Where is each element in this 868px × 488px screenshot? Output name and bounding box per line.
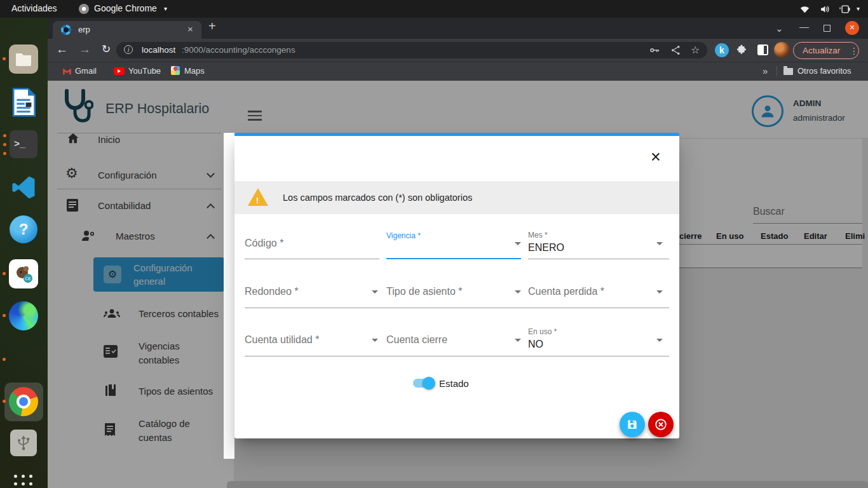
files-running-dot — [3, 57, 6, 60]
side-panel-icon[interactable] — [757, 44, 768, 55]
vigencia-underline — [386, 258, 521, 259]
browser-tab[interactable]: erp × — [53, 21, 201, 39]
edge-icon[interactable] — [9, 301, 38, 330]
files-icon[interactable] — [9, 44, 38, 74]
folder-icon — [783, 68, 793, 75]
maps-pin-glyph — [173, 66, 178, 71]
address-bar[interactable]: i localhost :9000/accounting/acccongens … — [116, 42, 707, 58]
activities-button[interactable]: Actividades — [11, 3, 57, 13]
config-general-dialog: × ! Los campos marcados con (*) son obli… — [234, 133, 679, 438]
terminal-icon[interactable]: >_ — [10, 130, 37, 158]
window-menu-icon[interactable]: ⌄ — [775, 23, 783, 34]
tab-close-icon[interactable]: × — [187, 24, 193, 34]
vscode-icon[interactable] — [9, 172, 38, 203]
tipo-asiento-select[interactable]: Tipo de asiento * — [386, 286, 462, 297]
reload-icon[interactable]: ↻ — [102, 43, 111, 56]
forward-icon[interactable]: → — [79, 43, 91, 57]
cuenta-perdida-dropdown-arrow-icon[interactable] — [656, 290, 663, 294]
url-host: localhost — [142, 45, 175, 55]
mes-select-value[interactable]: ENERO — [528, 242, 564, 254]
redondeo-select[interactable]: Redondeo * — [245, 286, 299, 297]
terminal-dot-2 — [3, 143, 6, 146]
en-uso-select-value[interactable]: NO — [528, 339, 543, 350]
help-icon[interactable]: ? — [10, 215, 37, 243]
row2-underline — [245, 308, 669, 308]
cuenta-utilidad-dropdown-arrow-icon[interactable] — [372, 339, 378, 342]
gmail-icon — [62, 67, 72, 77]
update-browser-button[interactable]: Actualizar ⋮ — [793, 42, 859, 59]
window-maximize-icon[interactable] — [824, 25, 831, 32]
terminal-dot-1 — [3, 134, 6, 137]
hidden-app-running-dot — [3, 358, 6, 361]
url-path: :9000/accounting/acccongens — [182, 45, 295, 55]
browser-toolbar: ← → ↻ i localhost :9000/accounting/accco… — [48, 39, 868, 62]
cuenta-utilidad-select[interactable]: Cuenta utilidad * — [245, 334, 319, 346]
bookmark-gmail[interactable]: Gmail — [75, 66, 97, 76]
save-button[interactable] — [620, 412, 645, 437]
save-floppy-icon — [626, 418, 639, 431]
site-info-icon[interactable]: i — [124, 45, 133, 54]
warning-banner: ! Los campos marcados con (*) son obliga… — [234, 181, 679, 214]
vigencia-dropdown-arrow-icon[interactable] — [515, 242, 521, 245]
cancel-button[interactable] — [648, 412, 674, 437]
warning-exclamation-glyph: ! — [256, 196, 259, 205]
horizontal-scrollbar[interactable] — [227, 481, 868, 488]
extensions-puzzle-icon[interactable] — [736, 44, 749, 58]
update-browser-label: Actualizar — [803, 46, 840, 55]
libreoffice-writer-icon[interactable] — [9, 88, 38, 117]
mes-dropdown-arrow-icon[interactable] — [656, 242, 663, 245]
cuenta-perdida-select[interactable]: Cuenta perdida * — [528, 286, 604, 297]
vigencia-field-label: Vigencia * — [386, 231, 421, 240]
warning-text: Los campos marcados con (*) son obligato… — [283, 193, 472, 203]
new-tab-button[interactable]: + — [208, 19, 216, 34]
content-scrollbar-track[interactable] — [224, 133, 234, 459]
tab-title: erp — [78, 25, 90, 34]
codigo-underline — [245, 259, 379, 259]
mes-field-label: Mes * — [528, 231, 548, 240]
window-close-icon[interactable]: × — [845, 21, 859, 35]
youtube-icon — [114, 67, 125, 75]
redondeo-dropdown-arrow-icon[interactable] — [372, 290, 378, 294]
usb-drive-icon[interactable] — [10, 430, 37, 456]
key-icon[interactable] — [649, 44, 660, 58]
bookmark-maps[interactable]: Maps — [184, 66, 205, 76]
vigencia-select[interactable] — [386, 241, 507, 256]
codigo-field[interactable]: Código * — [245, 238, 283, 249]
svg-text:CE: CE — [25, 276, 31, 281]
browser-menu-dots-icon[interactable]: ⋮ — [850, 46, 858, 56]
bookmark-youtube[interactable]: YouTube — [128, 66, 161, 76]
app-menu-label[interactable]: Google Chrome — [94, 3, 157, 13]
desktop: Actividades Google Chrome ▾ ▾ >_ ? — [0, 0, 868, 488]
bookmarks-divider — [776, 66, 777, 76]
app-grid-icon[interactable] — [14, 475, 17, 478]
chrome-icon[interactable] — [9, 387, 38, 416]
battery-icon[interactable] — [837, 4, 851, 17]
estado-toggle-knob[interactable] — [423, 377, 435, 390]
other-bookmarks-button[interactable]: Otros favoritos — [797, 66, 851, 76]
back-icon[interactable]: ← — [56, 43, 68, 57]
extension-k-icon[interactable]: k — [715, 43, 729, 57]
tipo-asiento-dropdown-arrow-icon[interactable] — [515, 290, 521, 294]
estado-toggle-label: Estado — [439, 378, 469, 389]
dbeaver-icon[interactable]: CE — [9, 259, 38, 288]
chrome-running-dot — [3, 400, 6, 403]
bookmarks-overflow-icon[interactable]: » — [763, 65, 768, 76]
en-uso-dropdown-arrow-icon[interactable] — [656, 339, 663, 342]
app-menu-caret-icon: ▾ — [164, 5, 167, 12]
chrome-app-icon — [79, 4, 89, 14]
wifi-icon[interactable] — [799, 4, 810, 17]
dialog-close-icon[interactable]: × — [651, 147, 661, 167]
youtube-play-glyph — [118, 69, 121, 73]
dbeaver-running-dot — [3, 272, 6, 275]
row3-underline — [245, 356, 669, 356]
cuenta-cierre-select[interactable]: Cuenta cierre — [386, 334, 447, 346]
tray-caret-icon[interactable]: ▾ — [857, 5, 860, 12]
side-panel-inner — [764, 46, 767, 54]
tab-favicon — [61, 25, 71, 35]
profile-avatar[interactable] — [774, 42, 790, 58]
volume-icon[interactable] — [820, 4, 831, 17]
share-icon[interactable] — [670, 44, 682, 58]
cuenta-cierre-dropdown-arrow-icon[interactable] — [515, 339, 521, 342]
window-minimize-icon[interactable]: — — [799, 21, 809, 32]
bookmark-star-icon[interactable]: ☆ — [691, 44, 700, 56]
